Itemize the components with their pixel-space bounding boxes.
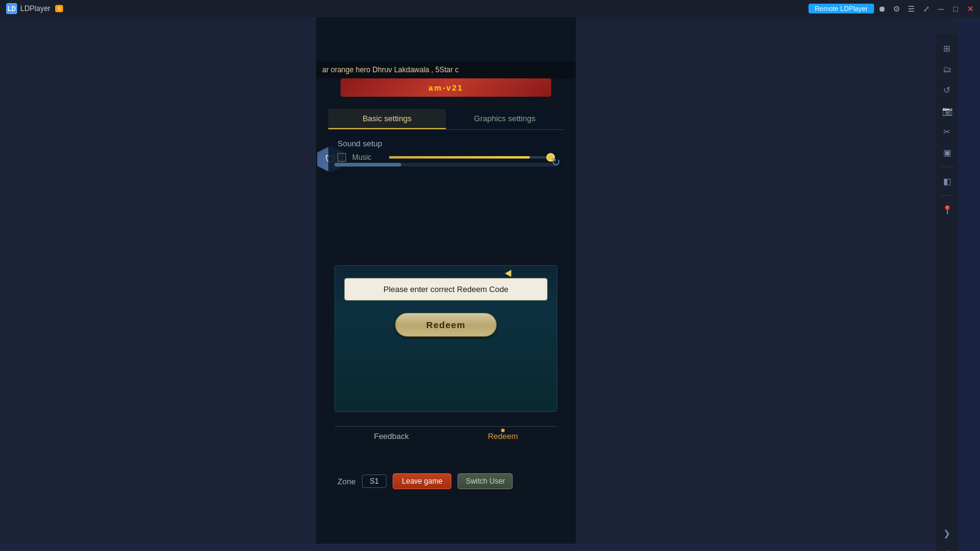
fullscreen-icon[interactable]: ⤢ xyxy=(919,2,933,15)
screenshot-icon[interactable]: ▣ xyxy=(938,143,956,162)
app-logo: LD LDPlayer 9 xyxy=(0,3,69,14)
redeem-button[interactable]: Redeem xyxy=(395,313,497,337)
restore-button[interactable]: □ xyxy=(949,2,962,15)
game-panel: ar orange hero Dhruv Lakdawala , 5Star c… xyxy=(316,17,576,544)
bottom-progress-bar: ↻ xyxy=(334,163,557,167)
zone-row: Zone S1 Leave game Switch User xyxy=(337,473,554,489)
location-icon[interactable]: 📍 xyxy=(938,201,956,219)
music-checkbox[interactable] xyxy=(337,153,346,162)
close-button[interactable]: ✕ xyxy=(963,2,977,15)
sound-title: Sound setup xyxy=(337,139,554,148)
expand-left-icon[interactable]: ❮ xyxy=(938,545,956,551)
right-background xyxy=(576,17,958,544)
scrolling-banner: ar orange hero Dhruv Lakdawala , 5Star c xyxy=(316,61,576,78)
leave-game-button[interactable]: Leave game xyxy=(393,473,451,489)
settings-container: Basic settings Graphics settings Sound s… xyxy=(328,109,564,176)
music-row: Music xyxy=(337,153,554,162)
cut-icon[interactable]: ✂ xyxy=(938,122,956,141)
files-icon[interactable]: 🗂 xyxy=(938,60,956,78)
apps-icon[interactable]: ⊞ xyxy=(938,39,956,58)
switch-user-button[interactable]: Switch User xyxy=(458,473,513,489)
sidebar-separator-2 xyxy=(940,195,954,196)
music-slider-fill xyxy=(389,156,530,159)
layer-icon[interactable]: ◧ xyxy=(938,172,956,190)
tab-graphics-settings[interactable]: Graphics settings xyxy=(446,109,564,129)
camera-icon[interactable]: 📷 xyxy=(938,102,956,120)
sync-icon[interactable]: ↺ xyxy=(938,81,956,99)
sidebar-separator xyxy=(940,167,954,167)
remote-ldplayer-button[interactable]: Remote LDPlayer xyxy=(809,4,874,13)
redeem-modal: Please enter correct Redeem Code Redeem xyxy=(334,265,557,412)
titlebar: LD LDPlayer 9 Remote LDPlayer ⏺ ⚙ ☰ ⤢ ─ … xyxy=(0,0,980,17)
bottom-nav: Feedback Redeem xyxy=(334,426,557,447)
minimize-button[interactable]: ─ xyxy=(934,2,948,15)
tab-basic-settings[interactable]: Basic settings xyxy=(328,109,446,129)
app-icon: LD xyxy=(6,3,17,14)
settings-tabs: Basic settings Graphics settings xyxy=(328,109,564,130)
redeem-code-input[interactable]: Please enter correct Redeem Code xyxy=(344,278,548,301)
main-area: ar orange hero Dhruv Lakdawala , 5Star c… xyxy=(0,17,958,551)
nav-feedback[interactable]: Feedback xyxy=(374,432,409,442)
zone-value: S1 xyxy=(362,474,387,488)
music-slider[interactable] xyxy=(389,156,554,159)
version-badge: 9 xyxy=(55,5,63,12)
expand-right-icon[interactable]: ❯ xyxy=(938,524,956,542)
window-controls: Remote LDPlayer ⏺ ⚙ ☰ ⤢ ─ □ ✕ xyxy=(809,2,980,15)
menu-icon[interactable]: ☰ xyxy=(905,2,918,15)
refresh-icon[interactable]: ↻ xyxy=(551,156,560,169)
music-label: Music xyxy=(352,153,383,162)
app-name: LDPlayer xyxy=(20,4,50,13)
nav-redeem[interactable]: Redeem xyxy=(488,432,518,442)
server-name-bar: am-v21 xyxy=(341,78,551,97)
zone-label: Zone xyxy=(337,477,356,486)
left-background xyxy=(0,17,316,544)
progress-fill xyxy=(334,163,401,167)
settings-icon[interactable]: ⚙ xyxy=(890,2,903,15)
right-sidebar: ⊞ 🗂 ↺ 📷 ✂ ▣ ◧ 📍 ❯ ❮ xyxy=(936,34,958,551)
record-icon[interactable]: ⏺ xyxy=(875,2,889,15)
